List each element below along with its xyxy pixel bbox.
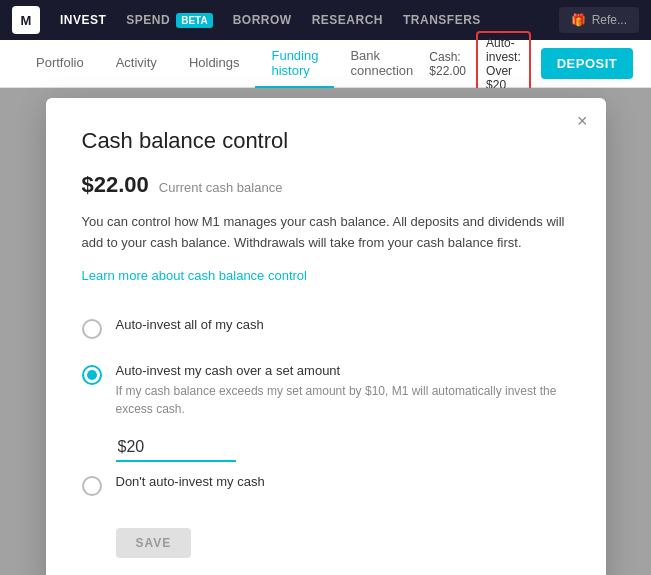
cash-balance-control-modal: × Cash balance control $22.00 Current ca… bbox=[46, 98, 606, 575]
radio-over-label: Auto-invest my cash over a set amount bbox=[116, 363, 570, 378]
save-button[interactable]: SAVE bbox=[116, 528, 192, 558]
radio-all-label: Auto-invest all of my cash bbox=[116, 317, 264, 332]
modal-description: You can control how M1 manages your cash… bbox=[82, 212, 570, 254]
cash-balance-row: $22.00 Current cash balance bbox=[82, 172, 570, 198]
radio-none[interactable] bbox=[82, 476, 102, 496]
radio-all[interactable] bbox=[82, 319, 102, 339]
radio-option-none[interactable]: Don't auto-invest my cash bbox=[82, 462, 570, 508]
refer-button[interactable]: 🎁 Refe... bbox=[559, 7, 639, 33]
secondary-navigation: Portfolio Activity Holdings Funding hist… bbox=[0, 40, 651, 88]
radio-option-all[interactable]: Auto-invest all of my cash bbox=[82, 305, 570, 351]
page-background: × Cash balance control $22.00 Current ca… bbox=[0, 88, 651, 575]
radio-over-content: Auto-invest my cash over a set amount If… bbox=[116, 363, 570, 418]
tab-holdings[interactable]: Holdings bbox=[173, 40, 256, 88]
tab-portfolio[interactable]: Portfolio bbox=[20, 40, 100, 88]
modal-overlay: × Cash balance control $22.00 Current ca… bbox=[0, 88, 651, 575]
amount-input[interactable] bbox=[116, 434, 236, 462]
radio-group: Auto-invest all of my cash Auto-invest m… bbox=[82, 305, 570, 508]
close-button[interactable]: × bbox=[577, 112, 588, 130]
auto-invest-badge[interactable]: Auto-invest: Over $20 bbox=[476, 31, 531, 97]
nav-research[interactable]: RESEARCH bbox=[312, 9, 383, 31]
deposit-button[interactable]: DEPOSIT bbox=[541, 48, 634, 79]
logo: M bbox=[12, 6, 40, 34]
radio-none-label: Don't auto-invest my cash bbox=[116, 474, 265, 489]
nav-invest[interactable]: INVEST bbox=[60, 9, 106, 31]
nav-borrow[interactable]: BORROW bbox=[233, 9, 292, 31]
radio-option-over[interactable]: Auto-invest my cash over a set amount If… bbox=[82, 351, 570, 430]
cash-amount-display: Cash: $22.00 bbox=[429, 50, 466, 78]
amount-input-row bbox=[116, 434, 570, 462]
gift-icon: 🎁 bbox=[571, 13, 586, 27]
tab-activity[interactable]: Activity bbox=[100, 40, 173, 88]
radio-over-sublabel: If my cash balance exceeds my set amount… bbox=[116, 382, 570, 418]
nav-transfers[interactable]: TRANSFERS bbox=[403, 9, 481, 31]
beta-badge: BETA bbox=[176, 13, 212, 28]
top-navigation: M INVEST SPEND BETA BORROW RESEARCH TRAN… bbox=[0, 0, 651, 40]
radio-over[interactable] bbox=[82, 365, 102, 385]
nav-spend[interactable]: SPEND bbox=[126, 9, 170, 31]
radio-none-content: Don't auto-invest my cash bbox=[116, 474, 265, 489]
tab-bank-connection[interactable]: Bank connection bbox=[334, 40, 429, 88]
modal-title: Cash balance control bbox=[82, 128, 570, 154]
radio-all-content: Auto-invest all of my cash bbox=[116, 317, 264, 332]
cash-amount-value: $22.00 bbox=[82, 172, 149, 198]
tab-funding-history[interactable]: Funding history bbox=[255, 40, 334, 88]
cash-amount-label: Current cash balance bbox=[159, 180, 283, 195]
learn-more-link[interactable]: Learn more about cash balance control bbox=[82, 268, 570, 283]
